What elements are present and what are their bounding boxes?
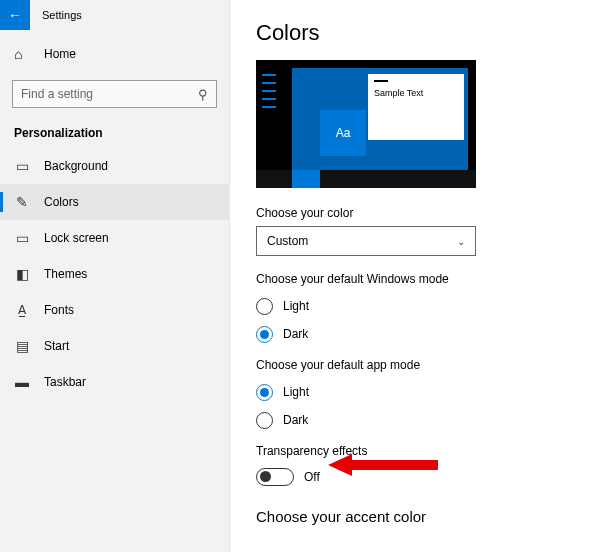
arrow-left-icon: ← — [8, 7, 22, 23]
sidebar-item-label: Taskbar — [44, 375, 86, 389]
lock-icon: ▭ — [14, 230, 30, 246]
sidebar-item-label: Lock screen — [44, 231, 109, 245]
choose-color-value: Custom — [267, 234, 308, 248]
choose-color-dropdown[interactable]: Custom ⌄ — [256, 226, 476, 256]
window-title: Settings — [42, 9, 82, 21]
image-icon: ▭ — [14, 158, 30, 174]
sidebar-category: Personalization — [0, 116, 229, 148]
chevron-down-icon: ⌄ — [457, 236, 465, 247]
radio-label: Light — [283, 385, 309, 399]
search-input[interactable]: Find a setting ⚲ — [12, 80, 217, 108]
preview-sample-text: Sample Text — [368, 84, 464, 102]
preview-start — [292, 170, 320, 188]
search-placeholder: Find a setting — [21, 87, 93, 101]
preview-tile-text: Aa — [336, 126, 351, 140]
app-mode-label: Choose your default app mode — [256, 358, 574, 372]
svg-marker-0 — [328, 454, 438, 476]
preview-taskbar — [256, 170, 476, 188]
preview-tile: Aa — [320, 110, 366, 156]
sidebar-item-label: Fonts — [44, 303, 74, 317]
sidebar-item-label: Background — [44, 159, 108, 173]
search-icon: ⚲ — [198, 87, 208, 102]
radio-icon — [256, 298, 273, 315]
accent-heading: Choose your accent color — [256, 508, 574, 525]
radio-icon-checked — [256, 326, 273, 343]
annotation-arrow-icon — [328, 452, 438, 478]
nav-home-label: Home — [44, 47, 76, 61]
choose-color-label: Choose your color — [256, 206, 574, 220]
taskbar-icon: ▬ — [14, 374, 30, 390]
radio-icon — [256, 412, 273, 429]
sidebar-item-label: Themes — [44, 267, 87, 281]
radio-label: Dark — [283, 327, 308, 341]
sidebar-item-colors[interactable]: ✎ Colors — [0, 184, 229, 220]
sidebar-item-themes[interactable]: ◧ Themes — [0, 256, 229, 292]
radio-icon-checked — [256, 384, 273, 401]
toggle-knob — [260, 471, 271, 482]
fonts-icon: A̲ — [14, 303, 30, 317]
sidebar-item-taskbar[interactable]: ▬ Taskbar — [0, 364, 229, 400]
palette-icon: ✎ — [14, 194, 30, 210]
back-button[interactable]: ← — [0, 0, 30, 30]
start-icon: ▤ — [14, 338, 30, 354]
color-preview: Aa Sample Text — [256, 60, 476, 188]
app-mode-dark[interactable]: Dark — [256, 406, 574, 434]
page-title: Colors — [256, 20, 574, 46]
transparency-state: Off — [304, 470, 320, 484]
themes-icon: ◧ — [14, 266, 30, 282]
sidebar-item-lock-screen[interactable]: ▭ Lock screen — [0, 220, 229, 256]
radio-label: Dark — [283, 413, 308, 427]
radio-label: Light — [283, 299, 309, 313]
app-mode-light[interactable]: Light — [256, 378, 574, 406]
transparency-toggle[interactable] — [256, 468, 294, 486]
windows-mode-light[interactable]: Light — [256, 292, 574, 320]
sidebar-item-fonts[interactable]: A̲ Fonts — [0, 292, 229, 328]
home-icon: ⌂ — [14, 46, 30, 62]
sidebar-item-label: Colors — [44, 195, 79, 209]
nav-home[interactable]: ⌂ Home — [0, 36, 229, 72]
windows-mode-dark[interactable]: Dark — [256, 320, 574, 348]
sidebar-item-background[interactable]: ▭ Background — [0, 148, 229, 184]
sidebar-item-label: Start — [44, 339, 69, 353]
windows-mode-label: Choose your default Windows mode — [256, 272, 574, 286]
sidebar-item-start[interactable]: ▤ Start — [0, 328, 229, 364]
preview-window: Sample Text — [368, 74, 464, 140]
